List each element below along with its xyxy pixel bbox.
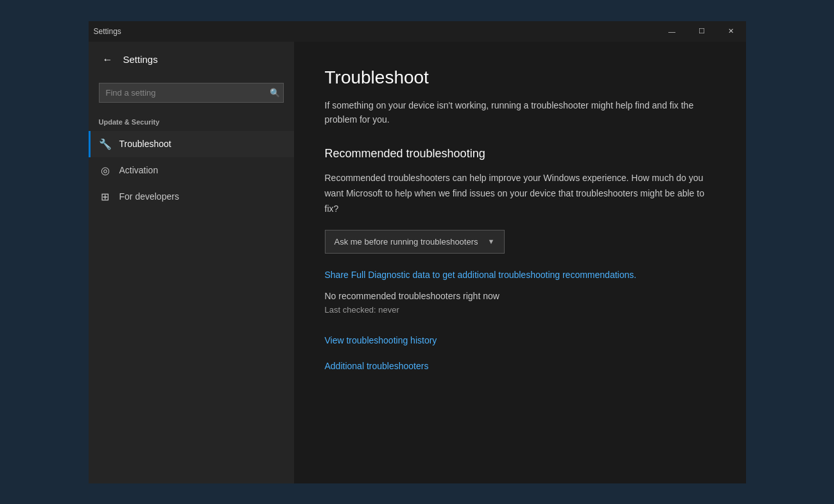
maximize-button[interactable]: ☐ — [687, 21, 717, 42]
sidebar-header: ← Settings — [89, 42, 294, 78]
chevron-down-icon: ▼ — [488, 238, 495, 245]
nav-section-label: Update & Security — [89, 113, 294, 131]
search-box: 🔍 — [99, 83, 284, 103]
activation-icon: ◎ — [99, 164, 112, 177]
sidebar-item-for-developers[interactable]: ⊞ For developers — [89, 184, 294, 210]
minimize-button[interactable]: — — [657, 21, 687, 42]
back-button[interactable]: ← — [99, 51, 117, 69]
search-icon[interactable]: 🔍 — [270, 88, 280, 98]
troubleshoot-dropdown[interactable]: Ask me before running troubleshooters ▼ — [325, 230, 505, 254]
view-history-link[interactable]: View troubleshooting history — [325, 335, 715, 345]
dropdown-wrapper: Ask me before running troubleshooters ▼ — [325, 230, 715, 254]
titlebar-title: Settings — [94, 27, 657, 36]
developers-icon: ⊞ — [99, 191, 112, 203]
page-description: If something on your device isn't workin… — [325, 98, 715, 127]
sidebar-item-activation-label: Activation — [119, 165, 159, 175]
search-input[interactable] — [99, 83, 284, 103]
titlebar: Settings — ☐ ✕ — [89, 21, 746, 42]
sidebar-item-troubleshoot-label: Troubleshoot — [119, 139, 171, 149]
sidebar-item-troubleshoot[interactable]: 🔧 Troubleshoot — [89, 131, 294, 157]
sidebar-item-for-developers-label: For developers — [119, 191, 179, 202]
window-controls: — ☐ ✕ — [657, 21, 746, 42]
sidebar: ← Settings 🔍 Update & Security 🔧 Trouble… — [89, 21, 294, 483]
share-diagnostic-link[interactable]: Share Full Diagnostic data to get additi… — [325, 270, 637, 280]
main-inner: Troubleshoot If something on your device… — [294, 42, 746, 412]
close-button[interactable]: ✕ — [717, 21, 746, 42]
sidebar-item-activation[interactable]: ◎ Activation — [89, 157, 294, 184]
recommended-section-title: Recommended troubleshooting — [325, 147, 715, 161]
recommended-description: Recommended troubleshooters can help imp… — [325, 171, 715, 216]
troubleshoot-icon: 🔧 — [99, 138, 112, 150]
main-content: Troubleshoot If something on your device… — [294, 21, 746, 483]
settings-window: Settings — ☐ ✕ ← Settings 🔍 Update & Sec… — [89, 21, 746, 483]
last-checked-text: Last checked: never — [325, 305, 715, 315]
status-text: No recommended troubleshooters right now — [325, 291, 715, 301]
page-title: Troubleshoot — [325, 67, 715, 88]
additional-troubleshooters-link[interactable]: Additional troubleshooters — [325, 361, 715, 371]
sidebar-title: Settings — [123, 54, 158, 65]
dropdown-value: Ask me before running troubleshooters — [334, 237, 478, 247]
